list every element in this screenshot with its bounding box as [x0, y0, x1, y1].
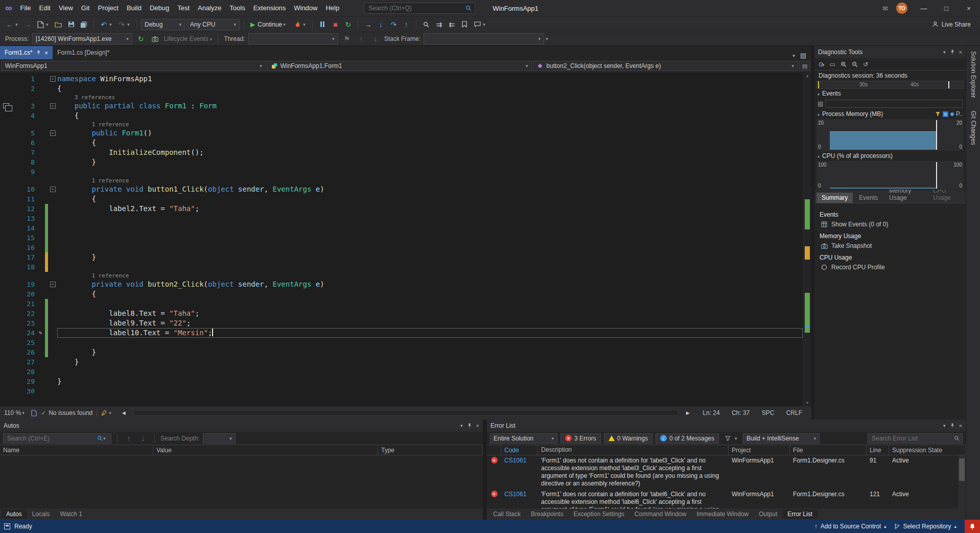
tool-tab-locals[interactable]: Locals	[27, 509, 55, 519]
search-icon[interactable]	[97, 435, 103, 441]
step-out-icon[interactable]: ↑	[401, 19, 412, 30]
break-all-icon[interactable]	[317, 19, 328, 30]
search-prev-icon[interactable]: ↑	[123, 433, 134, 444]
pin-icon[interactable]	[467, 423, 472, 428]
code-line-text[interactable]: {	[57, 194, 803, 204]
inheritance-margin-icon[interactable]	[3, 103, 9, 108]
background-tasks-icon[interactable]	[4, 523, 10, 529]
code-health-indicator[interactable]: ✓ No issues found	[41, 409, 92, 416]
show-next-statement-icon[interactable]: →	[362, 19, 374, 30]
tab-list-dropdown-icon[interactable]: ▾	[792, 53, 795, 58]
reset-view-icon[interactable]: ↺	[863, 61, 868, 68]
tool-tab-command-window[interactable]: Command Window	[629, 509, 691, 519]
close-icon[interactable]: ×	[959, 49, 962, 55]
panel-splitter[interactable]	[483, 420, 487, 520]
codelens-references[interactable]: 1 reference	[57, 121, 803, 128]
code-line-text[interactable]: private void button1_Click(object sender…	[57, 184, 803, 194]
redo-dropdown-icon[interactable]: ▾	[127, 22, 132, 27]
code-line-text[interactable]	[57, 243, 803, 252]
thread-dropdown[interactable]: ▾	[248, 33, 338, 44]
breadcrumb-type-dropdown[interactable]: WinFormsApp1.Form1▾	[267, 61, 532, 71]
fold-toggle[interactable]: −	[50, 103, 56, 109]
global-search-box[interactable]	[364, 3, 475, 14]
close-icon[interactable]: ×	[959, 423, 962, 429]
events-section-header[interactable]: ▴ Events	[814, 89, 966, 98]
menu-help[interactable]: Help	[321, 0, 343, 16]
codelens-references[interactable]: 3 references	[57, 94, 803, 101]
code-line-text[interactable]	[57, 214, 803, 223]
document-health-icon[interactable]	[31, 410, 37, 416]
codelens-references[interactable]: 1 reference	[57, 272, 803, 280]
scroll-down-icon[interactable]: ▼	[803, 401, 811, 405]
column-header-file[interactable]: File	[790, 445, 867, 455]
tab-form1-cs[interactable]: Form1.cs*×	[0, 46, 53, 59]
codelens-references[interactable]: 1 reference	[57, 177, 803, 184]
spaces-indicator[interactable]: SPC	[757, 409, 780, 416]
save-icon[interactable]	[65, 19, 77, 30]
code-line-text[interactable]: label8.Text = "Taha";	[57, 309, 803, 318]
code-line-text[interactable]	[57, 262, 803, 272]
snapshot-marker-icon[interactable]: S	[943, 111, 948, 117]
code-line-text[interactable]: namespace WinFormsApp1	[57, 74, 803, 84]
code-line-text[interactable]: {	[57, 289, 803, 299]
new-file-dropdown-icon[interactable]: ▾	[46, 22, 51, 27]
scroll-up-icon[interactable]: ▲	[803, 74, 811, 78]
cpu-section-header[interactable]: ▴ CPU (% of all processors)	[814, 151, 966, 160]
filter-icon[interactable]	[722, 433, 733, 444]
tab-form1-cs-design[interactable]: Form1.cs [Design]*	[53, 46, 114, 59]
show-threads-flag-icon[interactable]: ⚑	[341, 33, 353, 44]
navigate-back-icon[interactable]: ←	[4, 19, 15, 30]
code-line-text[interactable]: {	[57, 84, 803, 94]
column-header-code[interactable]: Code	[501, 445, 538, 455]
menu-edit[interactable]: Edit	[35, 0, 55, 16]
undo-dropdown-icon[interactable]: ▾	[109, 22, 114, 27]
document-well-options-icon[interactable]: ▤	[800, 52, 806, 59]
code-line-text[interactable]: }	[57, 377, 803, 386]
column-header-type[interactable]: Type	[378, 445, 483, 455]
navigate-forward-icon[interactable]: →	[22, 19, 33, 30]
new-file-icon[interactable]	[35, 19, 46, 30]
add-to-source-control-button[interactable]: ↑ Add to Source Control ▴	[814, 523, 886, 530]
window-position-icon[interactable]: ▾	[943, 423, 946, 428]
account-avatar[interactable]: TO	[896, 3, 907, 14]
pin-icon[interactable]	[950, 50, 955, 55]
autos-grid-body[interactable]	[0, 455, 483, 508]
line-indicator[interactable]: Ln: 24	[697, 409, 725, 416]
minimize-button[interactable]: —	[913, 0, 935, 16]
column-header-severity[interactable]	[487, 445, 501, 455]
auto-hide-tab-solution-explorer[interactable]: Solution Explorer	[970, 51, 977, 98]
process-dropdown[interactable]: [14260] WinFormsApp1.exe▾	[32, 33, 132, 44]
menu-view[interactable]: View	[55, 0, 77, 16]
column-header-description[interactable]: Description	[538, 445, 729, 455]
column-header-value[interactable]: Value	[153, 445, 378, 455]
breadcrumb-member-dropdown[interactable]: button2_Click(object sender, EventArgs e…	[533, 61, 798, 71]
code-line-text[interactable]: private void button2_Click(object sender…	[57, 280, 803, 289]
tool-tab-watch-1[interactable]: Watch 1	[55, 509, 87, 519]
code-line-text[interactable]	[57, 299, 803, 309]
menu-file[interactable]: File	[16, 0, 35, 16]
menu-window[interactable]: Window	[290, 0, 321, 16]
feedback-icon[interactable]: ✉	[882, 5, 888, 12]
toggle-bookmark-icon[interactable]	[459, 19, 470, 30]
restart-icon[interactable]: ↻	[342, 19, 354, 30]
filter-icon[interactable]	[935, 111, 941, 117]
menu-analyze[interactable]: Analyze	[194, 0, 225, 16]
error-search-box[interactable]	[868, 433, 963, 444]
stop-debugging-icon[interactable]: ■	[330, 19, 341, 30]
memory-chart[interactable]: 20 0 20 0	[816, 119, 964, 151]
stack-frame-dropdown[interactable]: ▾	[424, 33, 544, 44]
error-search-input[interactable]	[871, 434, 952, 443]
fold-toggle[interactable]: −	[50, 187, 56, 192]
code-line-text[interactable]: public partial class Form1 : Form	[57, 101, 803, 111]
notifications-badge[interactable]	[965, 520, 980, 533]
debugbar-overflow-icon[interactable]: ▾	[546, 36, 551, 41]
solution-platform-dropdown[interactable]: Any CPU▾	[186, 19, 240, 30]
code-line-text[interactable]: InitializeComponent();	[57, 148, 803, 157]
fold-toggle[interactable]: −	[50, 282, 56, 287]
lifecycle-events-dropdown[interactable]: Lifecycle Events ▾	[164, 35, 213, 42]
diag-settings-icon[interactable]: ⊙▾	[819, 61, 825, 68]
editor-vertical-scrollbar[interactable]: ▲ ▼	[803, 73, 811, 406]
code-line-text[interactable]: }	[57, 252, 803, 262]
search-icon[interactable]	[465, 5, 472, 11]
refresh-process-icon[interactable]: ↻	[135, 33, 147, 44]
